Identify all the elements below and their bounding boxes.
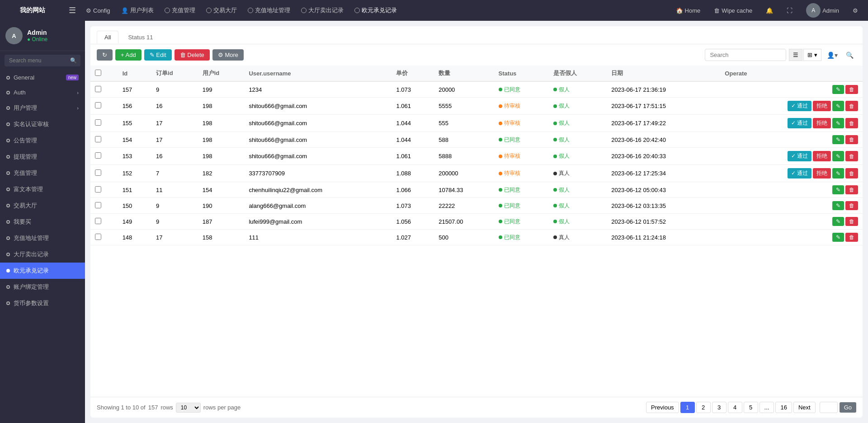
cell-username: shitou666@gmail.com xyxy=(244,115,392,132)
row-checkbox[interactable] xyxy=(95,136,101,142)
nav-notification[interactable]: 🔔 xyxy=(761,5,778,16)
sidebar-item-trading-hall[interactable]: 交易大厅 xyxy=(0,197,85,214)
fullscreen-button[interactable]: 🔍 xyxy=(843,50,856,60)
cell-is-fake: 真人 xyxy=(549,230,607,245)
cell-user-id: 158 xyxy=(198,230,245,245)
edit-row-button[interactable]: ✎ xyxy=(832,135,844,144)
filter-tab-all[interactable]: All xyxy=(97,31,118,44)
page-btn-5[interactable]: 5 xyxy=(744,402,758,413)
reject-button[interactable]: 拒绝 xyxy=(813,118,831,128)
edit-row-button[interactable]: ✎ xyxy=(832,151,844,161)
sidebar-item-recharge-addr[interactable]: 充值地址管理 xyxy=(0,230,85,246)
column-settings-button[interactable]: 👤▾ xyxy=(824,50,840,60)
delete-row-button[interactable]: 🗑 xyxy=(845,168,858,179)
page-btn-4[interactable]: 4 xyxy=(728,402,742,413)
table-row: 153 16 198 shitou666@gmail.com 1.061 588… xyxy=(90,148,863,165)
delete-button[interactable]: 🗑 Delete xyxy=(175,49,210,61)
cell-order-id: 11 xyxy=(151,182,198,198)
row-checkbox[interactable] xyxy=(95,169,101,176)
nav-hall-sell[interactable]: 大厅卖出记录 xyxy=(297,5,348,16)
edit-row-button[interactable]: ✎ xyxy=(832,118,844,128)
search-menu-input[interactable] xyxy=(5,55,80,66)
reject-button[interactable]: 拒绝 xyxy=(813,101,831,111)
circle-icon-5 xyxy=(354,8,360,13)
delete-row-button[interactable]: 🗑 xyxy=(845,101,858,111)
nav-config[interactable]: ⚙Config xyxy=(81,5,115,16)
delete-row-button[interactable]: 🗑 xyxy=(845,85,858,94)
page-btn-2[interactable]: 2 xyxy=(696,402,711,413)
delete-row-button[interactable]: 🗑 xyxy=(845,217,858,226)
nav-expand[interactable]: ⛶ xyxy=(782,5,797,16)
sidebar-item-rich-text[interactable]: 富文本管理 xyxy=(0,181,85,197)
select-all-checkbox[interactable] xyxy=(95,70,101,76)
grid-view-button[interactable]: ⊞ ▾ xyxy=(803,49,821,61)
list-view-button[interactable]: ☰ xyxy=(789,49,802,61)
delete-row-button[interactable]: 🗑 xyxy=(845,151,858,161)
delete-row-button[interactable]: 🗑 xyxy=(845,118,858,128)
sidebar-status: Online xyxy=(27,36,47,42)
edit-row-button[interactable]: ✎ xyxy=(832,217,844,226)
more-button[interactable]: ⚙ More xyxy=(212,49,244,61)
sidebar-item-real-name[interactable]: 实名认证审核 xyxy=(0,116,85,132)
filter-tab-status11[interactable]: Status 11 xyxy=(120,31,160,44)
nav-settings[interactable]: ⚙ xyxy=(848,5,863,16)
row-checkbox[interactable] xyxy=(95,119,101,126)
page-btn-1[interactable]: 1 xyxy=(680,402,695,413)
delete-row-button[interactable]: 🗑 xyxy=(845,185,858,194)
row-checkbox[interactable] xyxy=(95,202,101,208)
nav-euro-record[interactable]: 欧元承兑记录 xyxy=(350,5,401,16)
nav-trading[interactable]: 交易大厅 xyxy=(202,5,241,16)
approve-button[interactable]: ✓ 通过 xyxy=(788,118,811,128)
edit-row-button[interactable]: ✎ xyxy=(832,168,844,179)
table-search-input[interactable] xyxy=(705,49,786,61)
approve-button[interactable]: ✓ 通过 xyxy=(788,168,811,179)
edit-row-button[interactable]: ✎ xyxy=(832,201,844,210)
sidebar-item-buy[interactable]: 我要买 xyxy=(0,214,85,230)
hamburger-icon[interactable]: ☰ xyxy=(65,4,80,17)
approve-button[interactable]: ✓ 通过 xyxy=(788,101,811,111)
sidebar-item-currency-settings[interactable]: 货币参数设置 xyxy=(0,295,85,311)
sidebar-item-general[interactable]: General new xyxy=(0,70,85,85)
edit-row-button[interactable]: ✎ xyxy=(832,185,844,194)
sidebar-item-account-bind[interactable]: 账户绑定管理 xyxy=(0,279,85,295)
edit-row-button[interactable]: ✎ xyxy=(832,85,844,94)
row-checkbox[interactable] xyxy=(95,86,101,92)
sidebar-item-user-mgmt[interactable]: 用户管理 › xyxy=(0,100,85,116)
reject-button[interactable]: 拒绝 xyxy=(813,168,831,179)
add-button[interactable]: + Add xyxy=(115,49,142,61)
per-page-select[interactable]: 10 25 50 100 xyxy=(176,403,201,413)
page-btn-3[interactable]: 3 xyxy=(712,402,726,413)
approve-button[interactable]: ✓ 通过 xyxy=(788,151,811,161)
nav-wipe-cache[interactable]: 🗑Wipe cache xyxy=(709,5,757,16)
sidebar-item-euro-record[interactable]: 欧元承兑记录 xyxy=(0,263,85,279)
prev-button[interactable]: Previous xyxy=(646,402,679,413)
row-checkbox[interactable] xyxy=(95,234,101,240)
edit-button[interactable]: ✎ Edit xyxy=(144,49,172,61)
sidebar-item-withdrawal[interactable]: 提现管理 xyxy=(0,149,85,165)
row-checkbox[interactable] xyxy=(95,152,101,159)
nav-recharge[interactable]: 充值管理 xyxy=(160,5,200,16)
sidebar-item-hall-sell[interactable]: 大厅卖出记录 xyxy=(0,246,85,263)
row-checkbox[interactable] xyxy=(95,218,101,224)
reject-button[interactable]: 拒绝 xyxy=(813,151,831,161)
edit-row-button[interactable]: ✎ xyxy=(832,233,844,242)
cell-quantity: 20000 xyxy=(434,81,494,98)
sidebar-item-auth[interactable]: Auth › xyxy=(0,85,85,100)
sidebar-item-recharge[interactable]: 充值管理 xyxy=(0,165,85,181)
nav-recharge-addr[interactable]: 充值地址管理 xyxy=(243,5,295,16)
row-checkbox[interactable] xyxy=(95,186,101,193)
next-button[interactable]: Next xyxy=(793,402,816,413)
page-go-input[interactable] xyxy=(820,402,838,413)
refresh-button[interactable]: ↻ xyxy=(97,49,113,61)
delete-row-button[interactable]: 🗑 xyxy=(845,233,858,242)
sidebar-item-announcement[interactable]: 公告管理 xyxy=(0,132,85,149)
nav-home[interactable]: 🏠Home xyxy=(671,5,705,16)
nav-user-list[interactable]: 👤用户列表 xyxy=(117,5,158,16)
row-checkbox[interactable] xyxy=(95,102,101,108)
edit-row-button[interactable]: ✎ xyxy=(832,101,844,111)
page-go-button[interactable]: Go xyxy=(840,402,856,413)
page-btn-16[interactable]: 16 xyxy=(775,402,792,413)
delete-row-button[interactable]: 🗑 xyxy=(845,201,858,210)
delete-row-button[interactable]: 🗑 xyxy=(845,135,858,144)
nav-admin[interactable]: A Admin xyxy=(802,1,844,19)
